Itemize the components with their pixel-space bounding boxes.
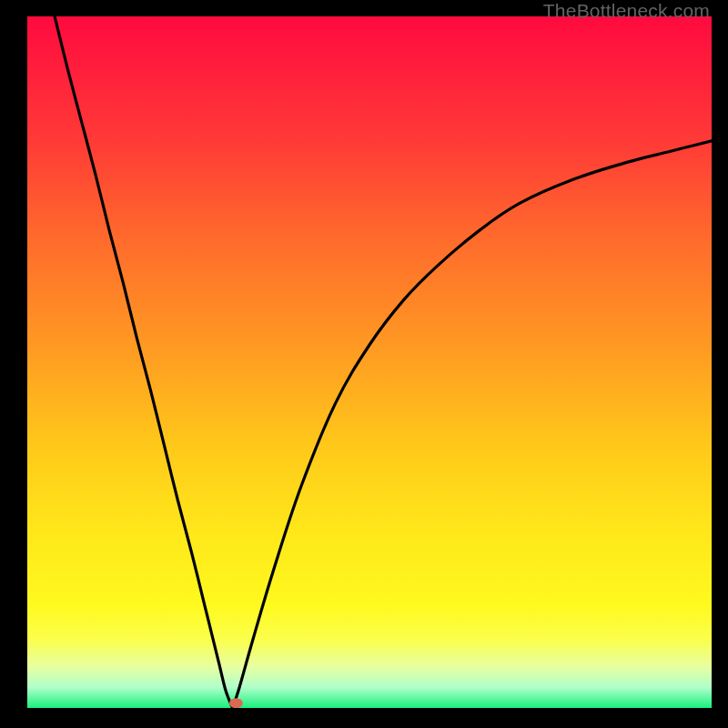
curve-right xyxy=(233,141,712,708)
watermark-text: TheBottleneck.com xyxy=(543,0,710,22)
chart-frame: TheBottleneck.com xyxy=(0,0,728,728)
min-marker xyxy=(229,698,243,708)
plot-area xyxy=(27,16,712,708)
curve-left xyxy=(55,16,233,708)
plot-svg xyxy=(27,16,712,708)
